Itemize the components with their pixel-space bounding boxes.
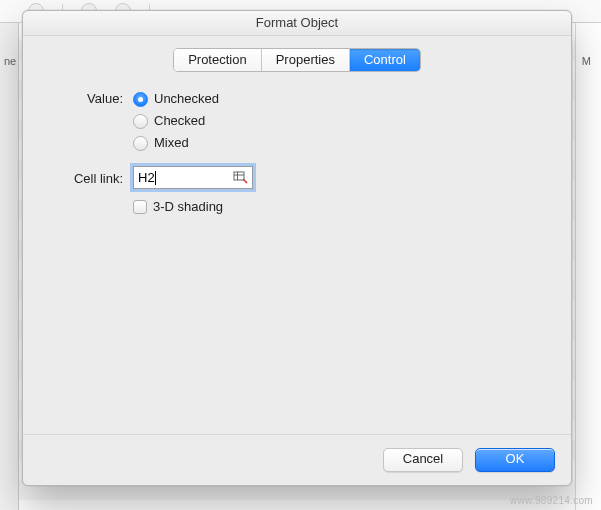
radio-option-checked[interactable]: Checked [133,112,219,130]
cancel-button[interactable]: Cancel [383,448,463,472]
row-header-gutter [0,0,19,510]
shading-label: 3-D shading [153,199,223,214]
svg-rect-0 [234,172,244,180]
cell-link-label: Cell link: [55,170,133,186]
dialog-body: Value: Unchecked Checked Mixed Cell link… [23,80,571,434]
row-label-fragment: ne [4,55,16,67]
ok-button[interactable]: OK [475,448,555,472]
value-label: Value: [55,90,133,106]
radio-option-unchecked[interactable]: Unchecked [133,90,219,108]
radio-icon [133,114,148,129]
tab-protection[interactable]: Protection [174,49,262,71]
radio-label: Mixed [154,134,189,152]
value-row: Value: Unchecked Checked Mixed [55,90,539,152]
segmented-control: Protection Properties Control [173,48,421,72]
radio-icon [133,92,148,107]
tab-properties[interactable]: Properties [262,49,350,71]
cell-link-value: H2 [134,170,233,186]
column-label-m: M [582,55,591,67]
value-radio-group: Unchecked Checked Mixed [133,90,219,152]
tab-bar: Protection Properties Control [23,36,571,80]
watermark-text: www.989214.com [510,495,593,506]
radio-label: Unchecked [154,90,219,108]
radio-icon [133,136,148,151]
text-caret [155,171,156,185]
cell-link-row: Cell link: H2 [55,166,539,189]
range-picker-icon[interactable] [233,171,249,185]
right-column-gutter [576,0,601,510]
radio-label: Checked [154,112,205,130]
shading-row[interactable]: 3-D shading [133,199,539,214]
tab-control[interactable]: Control [350,49,420,71]
dialog-footer: Cancel OK [23,434,571,485]
format-object-dialog: Format Object Protection Properties Cont… [22,10,572,486]
radio-option-mixed[interactable]: Mixed [133,134,219,152]
checkbox-icon [133,200,147,214]
cell-link-input[interactable]: H2 [133,166,253,189]
dialog-title: Format Object [23,11,571,36]
